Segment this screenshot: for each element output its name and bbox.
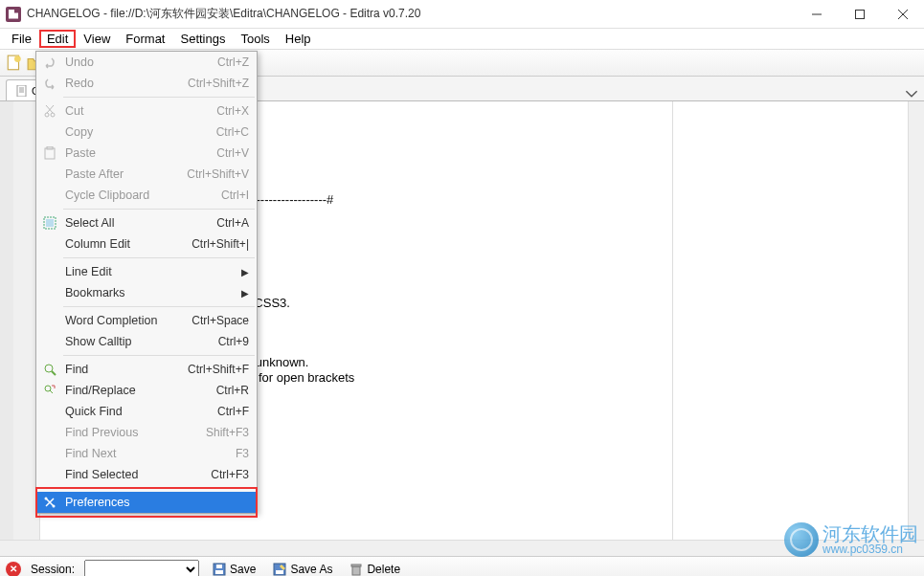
find-replace-icon (42, 383, 57, 398)
menu-column-edit[interactable]: Column EditCtrl+Shift+| (36, 233, 257, 255)
document-icon (16, 85, 28, 97)
menu-file[interactable]: File (4, 30, 39, 48)
maximize-button[interactable] (838, 0, 881, 29)
menu-undo[interactable]: UndoCtrl+Z (36, 52, 257, 73)
redo-icon (42, 76, 57, 91)
svg-rect-14 (216, 565, 222, 568)
menu-cycle-clipboard[interactable]: Cycle ClipboardCtrl+I (36, 185, 257, 206)
svg-rect-22 (47, 146, 53, 149)
svg-rect-13 (215, 570, 223, 574)
svg-point-29 (45, 498, 48, 500)
svg-point-25 (45, 365, 53, 372)
right-panel (672, 101, 908, 540)
menu-redo[interactable]: RedoCtrl+Shift+Z (36, 73, 257, 94)
trash-icon (349, 563, 363, 576)
menu-paste-after[interactable]: Paste AfterCtrl+Shift+V (36, 164, 257, 185)
svg-point-19 (45, 113, 49, 117)
line-gutter (0, 101, 40, 540)
session-label: Session: (31, 563, 75, 576)
submenu-arrow-icon: ▶ (241, 267, 249, 277)
svg-rect-18 (351, 565, 361, 566)
tab-overflow-icon[interactable] (905, 87, 918, 100)
svg-point-30 (53, 505, 56, 508)
svg-point-20 (51, 113, 55, 117)
session-bar: ✕ Session: Save Save As Delete (0, 556, 924, 576)
minimize-button[interactable] (795, 0, 838, 29)
menu-format[interactable]: Format (118, 30, 172, 48)
session-delete-button[interactable]: Delete (346, 561, 404, 577)
menu-select-all[interactable]: Select AllCtrl+A (36, 212, 257, 233)
new-file-icon[interactable] (6, 55, 23, 72)
menu-settings[interactable]: Settings (172, 30, 233, 48)
menu-find-previous[interactable]: Find PreviousShift+F3 (36, 422, 257, 443)
edit-dropdown-menu: UndoCtrl+Z RedoCtrl+Shift+Z CutCtrl+X Co… (35, 51, 258, 514)
close-button[interactable] (881, 0, 924, 29)
menu-word-completion[interactable]: Word CompletionCtrl+Space (36, 310, 257, 331)
undo-icon (42, 55, 57, 70)
svg-rect-1 (855, 10, 864, 18)
horizontal-scrollbar[interactable] (0, 540, 924, 556)
session-save-button[interactable]: Save (209, 561, 259, 577)
vertical-scrollbar[interactable] (908, 101, 924, 540)
session-select[interactable] (84, 560, 199, 577)
submenu-arrow-icon: ▶ (241, 288, 249, 299)
menu-copy[interactable]: CopyCtrl+C (36, 122, 257, 143)
menu-bar: File Edit View Format Settings Tools Hel… (0, 29, 924, 50)
menu-find-selected[interactable]: Find SelectedCtrl+F3 (36, 464, 257, 485)
menu-paste[interactable]: PasteCtrl+V (36, 143, 257, 164)
session-save-as-button[interactable]: Save As (269, 561, 336, 577)
svg-rect-16 (276, 570, 283, 574)
paste-icon (42, 145, 57, 161)
save-as-icon (273, 563, 286, 576)
svg-line-26 (52, 371, 56, 375)
preferences-icon (42, 495, 57, 510)
cut-icon (42, 103, 57, 119)
svg-rect-17 (352, 566, 360, 575)
svg-rect-6 (17, 85, 26, 97)
menu-view[interactable]: View (76, 30, 118, 48)
menu-quick-find[interactable]: Quick FindCtrl+F (36, 401, 257, 422)
menu-preferences[interactable]: Preferences (36, 492, 257, 513)
menu-bookmarks[interactable]: Bookmarks▶ (36, 282, 257, 303)
session-remove-icon[interactable]: ✕ (6, 562, 21, 577)
menu-tools[interactable]: Tools (233, 30, 277, 48)
menu-show-calltip[interactable]: Show CalltipCtrl+9 (36, 331, 257, 352)
window-title: CHANGELOG - file://D:\河东软件园安装\Editra\CHA… (27, 6, 795, 22)
menu-find[interactable]: FindCtrl+Shift+F (36, 359, 257, 380)
menu-edit[interactable]: Edit (39, 30, 76, 48)
find-icon (42, 362, 57, 377)
menu-find-next[interactable]: Find NextF3 (36, 443, 257, 464)
menu-line-edit[interactable]: Line Edit▶ (36, 261, 257, 282)
svg-line-28 (50, 390, 53, 393)
svg-point-5 (14, 55, 21, 62)
app-icon (6, 7, 21, 22)
window-controls (795, 0, 924, 29)
menu-cut[interactable]: CutCtrl+X (36, 100, 257, 122)
menu-find-replace[interactable]: Find/ReplaceCtrl+R (36, 380, 257, 401)
svg-rect-24 (46, 219, 54, 227)
svg-rect-21 (45, 148, 55, 159)
menu-help[interactable]: Help (278, 30, 319, 48)
select-all-icon (42, 215, 57, 231)
title-bar: CHANGELOG - file://D:\河东软件园安装\Editra\CHA… (0, 0, 924, 29)
save-icon (213, 563, 226, 576)
